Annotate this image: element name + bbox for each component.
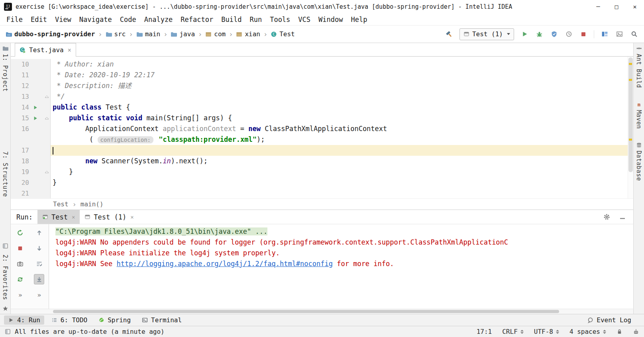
breadcrumb-item-com[interactable]: com bbox=[205, 30, 226, 38]
hide-icon[interactable] bbox=[618, 213, 627, 221]
build-hammer-icon[interactable] bbox=[445, 30, 454, 39]
run-config-selector[interactable]: Test (1) bbox=[459, 28, 514, 40]
editor-gutter[interactable]: 20 bbox=[11, 177, 51, 188]
event-log-button[interactable]: Event Log bbox=[583, 315, 635, 325]
run-gutter-icon[interactable] bbox=[33, 105, 38, 110]
update-application-icon[interactable] bbox=[15, 274, 26, 284]
breadcrumb-item-java[interactable]: java bbox=[171, 30, 195, 38]
code-text[interactable]: */ bbox=[51, 91, 633, 102]
tool-window-spring[interactable]: Spring bbox=[94, 315, 135, 325]
run-gutter-icon[interactable] bbox=[33, 116, 38, 121]
stop-square-icon[interactable] bbox=[15, 243, 26, 253]
fold-marker-icon[interactable] bbox=[44, 116, 49, 121]
favorites-star-icon[interactable] bbox=[2, 306, 8, 312]
editor-gutter[interactable]: 19 bbox=[11, 167, 51, 177]
code-text[interactable]: ApplicationContext applicationContext = … bbox=[51, 123, 633, 134]
more-actions-icon[interactable]: » bbox=[15, 290, 26, 300]
breadcrumb-item-test[interactable]: CTest bbox=[271, 30, 295, 38]
robot-icon[interactable] bbox=[633, 329, 639, 335]
menu-item-edit[interactable]: Edit bbox=[27, 15, 51, 24]
run-button-icon[interactable] bbox=[520, 30, 529, 39]
code-editor[interactable]: 10 * Author: xian11 * Date: 2020-10-19 2… bbox=[11, 57, 633, 198]
close-tab-icon[interactable]: × bbox=[68, 47, 71, 54]
thread-dump-camera-icon[interactable] bbox=[15, 259, 26, 269]
code-text[interactable]: } bbox=[51, 177, 633, 188]
menu-item-help[interactable]: Help bbox=[347, 15, 371, 24]
menu-item-code[interactable]: Code bbox=[116, 15, 140, 24]
scrollbar-thumb[interactable] bbox=[53, 310, 559, 313]
editor-gutter[interactable]: 10 bbox=[11, 59, 51, 70]
tool-window-switcher-icon[interactable] bbox=[5, 329, 11, 335]
tool-window-terminal[interactable]: Terminal bbox=[138, 315, 186, 325]
up-stack-icon[interactable] bbox=[34, 227, 44, 238]
breadcrumb-item-dubbo-spring-provider[interactable]: dubbo-spring-provider bbox=[6, 30, 95, 38]
search-everywhere-icon[interactable] bbox=[630, 30, 638, 39]
down-stack-icon[interactable] bbox=[34, 243, 44, 253]
code-text[interactable]: * Date: 2020-10-19 22:17 bbox=[51, 70, 633, 80]
tool-stripe-maven[interactable]: mMaven bbox=[635, 102, 642, 129]
code-text[interactable]: * Description: 描述 bbox=[51, 80, 633, 91]
editor-gutter[interactable]: 18 bbox=[11, 156, 51, 167]
gear-icon[interactable] bbox=[602, 213, 611, 221]
editor-gutter[interactable]: 12 bbox=[11, 80, 51, 91]
console-link[interactable]: http://logging.apache.org/log4j/1.2/faq.… bbox=[117, 260, 333, 268]
editor-gutter[interactable]: 17 bbox=[11, 145, 51, 156]
editor-gutter[interactable]: 13 bbox=[11, 91, 51, 102]
fold-marker-icon[interactable] bbox=[44, 94, 49, 99]
tool-stripe-database[interactable]: Database bbox=[635, 142, 642, 181]
code-text[interactable]: } bbox=[51, 167, 633, 177]
menu-item-refactor[interactable]: Refactor bbox=[177, 15, 217, 24]
maximize-button[interactable]: □ bbox=[607, 0, 626, 14]
encoding-widget[interactable]: UTF-8 bbox=[534, 328, 559, 335]
lock-icon[interactable] bbox=[617, 329, 622, 335]
rerun-icon[interactable] bbox=[15, 227, 26, 238]
editor-breadcrumb-item-test[interactable]: Test bbox=[53, 200, 69, 208]
menu-item-analyze[interactable]: Analyze bbox=[140, 15, 177, 24]
close-tab-icon[interactable]: × bbox=[130, 214, 134, 220]
editor-gutter[interactable]: 16 bbox=[11, 123, 51, 134]
caret-position-widget[interactable]: 17:1 bbox=[477, 328, 492, 335]
tool-stripe-project[interactable]: 1: Project bbox=[2, 45, 9, 92]
code-text[interactable]: public static void main(String[] args) { bbox=[51, 113, 633, 123]
tool-stripe-favorites[interactable]: 2: Favorites bbox=[2, 255, 9, 300]
menu-item-tools[interactable]: Tools bbox=[266, 15, 294, 24]
close-tab-icon[interactable]: × bbox=[72, 214, 75, 220]
code-text[interactable]: * Author: xian bbox=[51, 59, 633, 70]
tool-window-switcher-icon[interactable] bbox=[2, 243, 8, 249]
image-icon[interactable] bbox=[615, 30, 624, 39]
tab-test-java[interactable]: C Test.java × bbox=[15, 43, 76, 57]
editor-gutter[interactable]: 15 bbox=[11, 113, 51, 123]
panels-icon[interactable] bbox=[600, 30, 609, 39]
editor-breadcrumb-item-main[interactable]: main() bbox=[80, 200, 104, 208]
breadcrumb-item-main[interactable]: main bbox=[136, 30, 161, 38]
more-actions-icon[interactable]: » bbox=[34, 290, 44, 300]
tool-window-run[interactable]: 4: Run bbox=[4, 315, 44, 325]
close-button[interactable]: ✕ bbox=[626, 0, 644, 14]
profiler-button-icon[interactable] bbox=[564, 30, 573, 39]
breadcrumb-item-xian[interactable]: xian bbox=[236, 30, 260, 38]
debug-button-icon[interactable] bbox=[535, 30, 544, 39]
editor-gutter[interactable] bbox=[11, 134, 51, 145]
tool-stripe-structure[interactable]: 7: Structure bbox=[2, 151, 9, 197]
stop-button-icon[interactable] bbox=[579, 30, 588, 39]
soft-wrap-icon[interactable] bbox=[34, 259, 44, 269]
editor-scrollbar[interactable] bbox=[628, 57, 633, 172]
breadcrumb-item-src[interactable]: src bbox=[106, 30, 126, 38]
code-text[interactable]: ( configLocation: "classpath:provider.xm… bbox=[51, 134, 633, 145]
horizontal-scrollbar[interactable] bbox=[11, 309, 633, 314]
editor-gutter[interactable]: 21 bbox=[11, 188, 51, 198]
run-tab-test-1[interactable]: Test (1)× bbox=[80, 210, 138, 224]
line-separator-widget[interactable]: CRLF bbox=[502, 328, 524, 335]
menu-item-run[interactable]: Run bbox=[245, 15, 266, 24]
editor-gutter[interactable]: 14 bbox=[11, 102, 51, 113]
scroll-to-end-icon[interactable] bbox=[34, 274, 44, 284]
code-text[interactable] bbox=[51, 188, 633, 198]
tool-stripe-ant-build[interactable]: Ant Build bbox=[635, 45, 642, 88]
tool-window-todo[interactable]: 6: TODO bbox=[47, 315, 91, 325]
code-text[interactable] bbox=[51, 145, 633, 156]
menu-item-file[interactable]: File bbox=[2, 15, 27, 24]
minimize-button[interactable]: ─ bbox=[589, 0, 607, 14]
menu-item-window[interactable]: Window bbox=[314, 15, 347, 24]
run-tab-test[interactable]: Test× bbox=[37, 210, 80, 224]
indent-widget[interactable]: 4 spaces bbox=[569, 328, 606, 335]
